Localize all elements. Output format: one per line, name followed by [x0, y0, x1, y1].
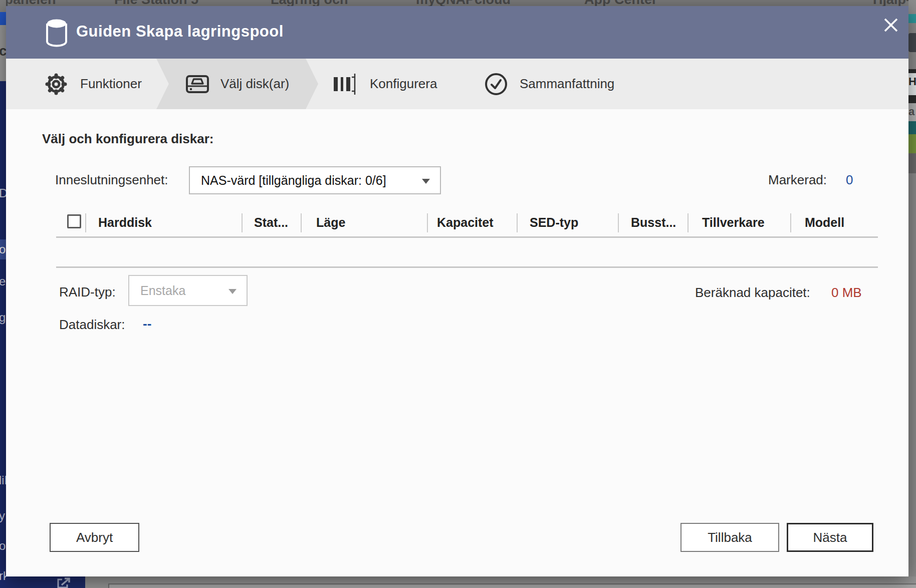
bg-text-fragment: rk — [0, 569, 6, 583]
column-separator — [427, 213, 428, 232]
bg-strip — [908, 14, 916, 23]
wizard-step-konfigurera[interactable]: Konfigurera — [333, 59, 437, 109]
column-header-harddisk[interactable]: Harddisk — [98, 215, 152, 230]
next-button[interactable]: Nästa — [787, 523, 873, 552]
bg-text-fragment: os — [0, 242, 6, 256]
raid-type-select[interactable]: Enstaka — [128, 275, 248, 306]
bg-text-fragment: H — [908, 75, 916, 88]
wizard-step-sammanfattning[interactable]: Sammanfattning — [484, 59, 614, 109]
table-body-divider — [56, 266, 878, 268]
column-separator — [301, 213, 302, 232]
external-link-icon — [55, 577, 72, 588]
bg-strip — [908, 33, 916, 52]
raid-array-icon — [333, 73, 359, 96]
bg-strip — [908, 153, 916, 173]
step-label: Funktioner — [80, 76, 142, 92]
bg-strip — [908, 95, 916, 103]
wizard-content: Välj och konfigurera diskar: Inneslutnin… — [6, 109, 908, 576]
bg-text-fragment: en — [0, 274, 6, 288]
column-separator — [618, 213, 619, 232]
column-separator — [242, 213, 243, 232]
raid-type-selected-value: Enstaka — [140, 283, 185, 298]
data-disks-label: Datadiskar: — [59, 317, 125, 333]
desktop-app-label: Lagring och — [271, 0, 348, 6]
background-window-top-edge — [108, 583, 916, 588]
column-header-tillverkare[interactable]: Tillverkare — [702, 215, 765, 230]
bg-text-fragment: or — [0, 539, 6, 553]
column-separator — [688, 213, 689, 232]
step-label: Sammanfattning — [520, 76, 614, 92]
column-separator — [85, 213, 86, 232]
step-label: Konfigurera — [370, 76, 437, 92]
enclosure-label: Inneslutningsenhet: — [55, 172, 168, 188]
chevron-down-icon — [228, 289, 237, 294]
column-header-modell[interactable]: Modell — [805, 215, 844, 230]
column-separator — [517, 213, 518, 232]
desktop-app-label: File Station 5 — [114, 0, 198, 6]
background-bottom-strip — [6, 576, 916, 588]
create-storage-pool-wizard-dialog: Guiden Skapa lagringspool — [6, 6, 908, 576]
desktop-app-label: App Center — [584, 0, 657, 6]
back-button[interactable]: Tillbaka — [680, 523, 779, 552]
wizard-step-valj-diskar[interactable]: Välj disk(ar) — [185, 59, 289, 109]
bg-text-fragment: cl — [0, 43, 6, 59]
close-icon — [882, 17, 899, 34]
wizard-step-funktioner[interactable]: Funktioner — [43, 59, 142, 109]
selected-count-value: 0 — [846, 172, 853, 188]
column-separator — [790, 213, 791, 232]
desktop-icon-label-strip: lpanelen File Station 5 Lagring och myQN… — [0, 0, 916, 6]
enclosure-selected-value: NAS-värd [tillgängliga diskar: 0/6] — [201, 173, 386, 188]
bg-text-fragment: y — [0, 509, 5, 523]
bg-strip — [908, 134, 916, 153]
select-all-checkbox[interactable] — [67, 214, 81, 228]
data-disks-value: -- — [143, 316, 151, 332]
close-button[interactable] — [878, 12, 904, 38]
check-circle-icon — [484, 72, 509, 97]
column-header-kapacitet[interactable]: Kapacitet — [437, 215, 494, 230]
column-header-lage[interactable]: Läge — [316, 215, 345, 230]
dialog-titlebar: Guiden Skapa lagringspool — [6, 6, 908, 59]
desktop-app-label: myQNAPcloud — [416, 0, 511, 6]
column-header-status[interactable]: Stat... — [254, 215, 288, 230]
desktop-app-label: lpanelen — [1, 0, 56, 6]
chevron-down-icon — [422, 179, 430, 184]
gear-icon — [43, 71, 69, 97]
estimated-capacity-value: 0 MB — [831, 285, 862, 301]
background-navy-panel — [6, 576, 85, 588]
background-window-edge-right: H a — [908, 0, 916, 588]
enclosure-select[interactable]: NAS-värd [tillgängliga diskar: 0/6] — [189, 166, 441, 194]
selected-count-label: Markerad: — [768, 172, 827, 188]
bg-text-fragment: a — [908, 105, 914, 118]
bg-text-fragment: g — [0, 311, 6, 325]
storage-pool-cylinder-icon — [44, 18, 69, 47]
bg-text-fragment: D — [0, 186, 6, 200]
dialog-title: Guiden Skapa lagringspool — [76, 23, 284, 41]
bg-strip — [908, 69, 916, 73]
bg-strip — [908, 121, 916, 134]
bg-text-fragment: lik — [0, 473, 6, 487]
estimated-capacity-label: Beräknad kapacitet: — [695, 285, 810, 301]
disk-drive-icon — [185, 74, 209, 95]
column-header-sed-typ[interactable]: SED-typ — [530, 215, 578, 230]
wizard-steps-bar: Funktioner Välj disk(ar) Konfigurera — [6, 59, 908, 109]
step-label: Välj disk(ar) — [220, 76, 289, 92]
cancel-button[interactable]: Avbryt — [50, 523, 139, 552]
background-window-edge-left: cl D os en g lik y or rk — [0, 0, 6, 588]
raid-type-label: RAID-typ: — [59, 284, 116, 300]
column-header-busstyp[interactable]: Busst... — [631, 215, 676, 230]
section-heading: Välj och konfigurera diskar: — [42, 131, 213, 147]
table-header-divider — [56, 236, 878, 238]
bg-strip — [0, 12, 6, 25]
bg-strip — [0, 0, 6, 12]
